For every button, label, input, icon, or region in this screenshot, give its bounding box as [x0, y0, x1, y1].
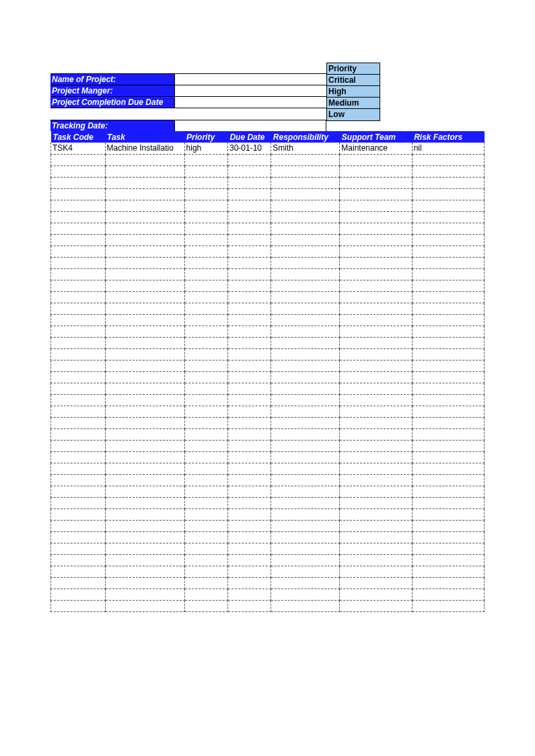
- empty-cell[interactable]: [184, 566, 227, 577]
- empty-cell[interactable]: [227, 268, 271, 280]
- empty-cell[interactable]: [51, 360, 106, 371]
- empty-cell[interactable]: [105, 303, 184, 314]
- empty-cell[interactable]: [412, 303, 484, 314]
- cell-task-code[interactable]: TSK4: [51, 143, 106, 154]
- empty-cell[interactable]: [412, 348, 484, 360]
- empty-cell[interactable]: [340, 520, 412, 531]
- empty-cell[interactable]: [184, 268, 227, 280]
- empty-cell[interactable]: [340, 451, 412, 463]
- empty-cell[interactable]: [184, 543, 227, 554]
- header-task-code[interactable]: Task Code: [51, 131, 106, 143]
- empty-cell[interactable]: [340, 531, 412, 543]
- empty-cell[interactable]: [51, 337, 106, 348]
- empty-cell[interactable]: [227, 474, 271, 486]
- empty-cell[interactable]: [271, 566, 340, 577]
- header-responsibility[interactable]: Responsibility: [271, 131, 340, 143]
- empty-cell[interactable]: [412, 463, 484, 474]
- empty-cell[interactable]: [184, 554, 227, 566]
- empty-cell[interactable]: [105, 577, 184, 589]
- header-priority[interactable]: Priority: [184, 131, 227, 143]
- empty-cell[interactable]: [271, 589, 340, 600]
- empty-cell[interactable]: [340, 303, 412, 314]
- empty-cell[interactable]: [340, 589, 412, 600]
- empty-cell[interactable]: [271, 257, 340, 268]
- empty-cell[interactable]: [227, 451, 271, 463]
- empty-cell[interactable]: [51, 188, 106, 200]
- empty-cell[interactable]: [51, 474, 106, 486]
- empty-cell[interactable]: [105, 337, 184, 348]
- empty-cell[interactable]: [51, 417, 106, 428]
- empty-cell[interactable]: [340, 394, 412, 406]
- empty-cell[interactable]: [271, 520, 340, 531]
- empty-cell[interactable]: [227, 486, 271, 497]
- empty-cell[interactable]: [51, 280, 106, 291]
- empty-cell[interactable]: [227, 589, 271, 600]
- empty-cell[interactable]: [184, 440, 227, 451]
- empty-cell[interactable]: [227, 497, 271, 508]
- empty-cell[interactable]: [340, 188, 412, 200]
- empty-cell[interactable]: [227, 577, 271, 589]
- empty-cell[interactable]: [51, 303, 106, 314]
- empty-cell[interactable]: [412, 520, 484, 531]
- empty-cell[interactable]: [412, 291, 484, 303]
- empty-cell[interactable]: [105, 589, 184, 600]
- empty-cell[interactable]: [184, 589, 227, 600]
- empty-cell[interactable]: [184, 520, 227, 531]
- empty-cell[interactable]: [51, 589, 106, 600]
- empty-cell[interactable]: [271, 234, 340, 245]
- empty-cell[interactable]: [105, 348, 184, 360]
- empty-cell[interactable]: [227, 257, 271, 268]
- empty-cell[interactable]: [51, 508, 106, 520]
- empty-cell[interactable]: [51, 245, 106, 257]
- empty-cell[interactable]: [105, 463, 184, 474]
- empty-cell[interactable]: [227, 417, 271, 428]
- empty-cell[interactable]: [51, 223, 106, 234]
- empty-cell[interactable]: [227, 406, 271, 417]
- empty-cell[interactable]: [271, 200, 340, 211]
- empty-cell[interactable]: [412, 554, 484, 566]
- empty-cell[interactable]: [271, 245, 340, 257]
- empty-cell[interactable]: [51, 154, 106, 165]
- empty-cell[interactable]: [105, 566, 184, 577]
- tracking-date-value[interactable]: [175, 120, 326, 131]
- empty-cell[interactable]: [227, 326, 271, 337]
- empty-cell[interactable]: [227, 303, 271, 314]
- empty-cell[interactable]: [271, 371, 340, 383]
- empty-cell[interactable]: [105, 497, 184, 508]
- empty-cell[interactable]: [271, 280, 340, 291]
- empty-cell[interactable]: [184, 600, 227, 611]
- empty-cell[interactable]: [271, 394, 340, 406]
- empty-cell[interactable]: [227, 280, 271, 291]
- empty-cell[interactable]: [271, 360, 340, 371]
- empty-cell[interactable]: [340, 406, 412, 417]
- empty-cell[interactable]: [184, 474, 227, 486]
- empty-cell[interactable]: [271, 223, 340, 234]
- empty-cell[interactable]: [105, 543, 184, 554]
- empty-cell[interactable]: [184, 508, 227, 520]
- empty-cell[interactable]: [184, 337, 227, 348]
- empty-cell[interactable]: [340, 211, 412, 223]
- empty-cell[interactable]: [412, 428, 484, 440]
- empty-cell[interactable]: [227, 394, 271, 406]
- empty-cell[interactable]: [184, 417, 227, 428]
- empty-cell[interactable]: [271, 554, 340, 566]
- header-support-team[interactable]: Support Team: [340, 131, 412, 143]
- empty-cell[interactable]: [51, 394, 106, 406]
- empty-cell[interactable]: [184, 348, 227, 360]
- empty-cell[interactable]: [51, 177, 106, 188]
- empty-cell[interactable]: [271, 303, 340, 314]
- empty-cell[interactable]: [227, 463, 271, 474]
- empty-cell[interactable]: [227, 223, 271, 234]
- empty-cell[interactable]: [184, 451, 227, 463]
- empty-cell[interactable]: [340, 383, 412, 394]
- empty-cell[interactable]: [227, 200, 271, 211]
- empty-cell[interactable]: [340, 566, 412, 577]
- empty-cell[interactable]: [340, 245, 412, 257]
- empty-cell[interactable]: [412, 200, 484, 211]
- cell-due-date[interactable]: 30-01-10: [227, 143, 271, 154]
- empty-cell[interactable]: [340, 486, 412, 497]
- empty-cell[interactable]: [105, 394, 184, 406]
- empty-cell[interactable]: [51, 383, 106, 394]
- empty-cell[interactable]: [184, 360, 227, 371]
- empty-cell[interactable]: [271, 440, 340, 451]
